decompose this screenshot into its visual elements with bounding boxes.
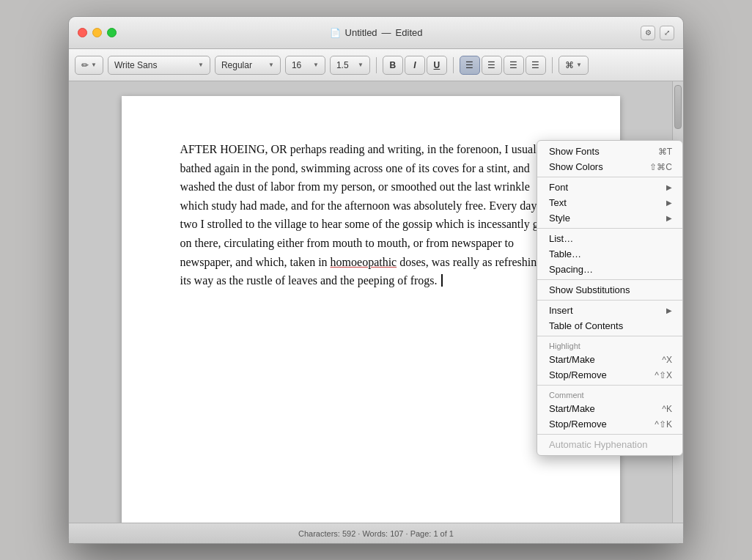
comment-start-shortcut: ^K — [662, 404, 672, 414]
text-item[interactable]: Text ▶ — [537, 195, 682, 210]
style-item[interactable]: Style ▶ — [537, 210, 682, 226]
highlight-section-label: Highlight — [537, 339, 682, 352]
text-label: Text — [549, 197, 567, 208]
comment-section-label: Comment — [537, 388, 682, 401]
show-substitutions-item[interactable]: Show Substitutions — [537, 282, 682, 298]
comment-start-label: Start/Make — [549, 403, 595, 414]
window-title: 📄 Untitled — Edited — [330, 27, 423, 38]
align-left-button[interactable]: ☰ — [460, 56, 480, 75]
separator-c — [537, 279, 682, 280]
table-label: Table… — [549, 248, 581, 259]
font-family-value: Write Sans — [114, 60, 157, 70]
comment-stop-item[interactable]: Stop/Remove ^⇧K — [537, 416, 682, 432]
pen-tool-button[interactable]: ✏ ▼ — [75, 56, 103, 75]
close-button[interactable] — [78, 28, 87, 37]
document-icon: 📄 — [330, 28, 341, 38]
comment-start-item[interactable]: Start/Make ^K — [537, 401, 682, 416]
show-colors-label: Show Colors — [549, 161, 603, 172]
italic-button[interactable]: I — [405, 56, 425, 75]
font-size-arrow: ▼ — [313, 62, 319, 68]
pen-arrow: ▼ — [91, 62, 97, 68]
title-bar: 📄 Untitled — Edited ⚙ ⤢ — [69, 17, 683, 49]
show-substitutions-label: Show Substitutions — [549, 284, 630, 295]
italic-icon: I — [413, 60, 416, 70]
table-of-contents-item[interactable]: Table of Contents — [537, 318, 682, 334]
highlight-stop-label: Stop/Remove — [549, 369, 607, 380]
separator-a — [537, 177, 682, 177]
align-center-button[interactable]: ☰ — [482, 56, 502, 75]
spacing-item[interactable]: Spacing… — [537, 262, 682, 277]
scrollbar-thumb[interactable] — [674, 85, 682, 129]
insert-label: Insert — [549, 305, 573, 316]
cursor — [438, 274, 443, 287]
separator-1 — [376, 57, 377, 73]
text-submenu-arrow: ▶ — [666, 199, 672, 207]
separator-b — [537, 228, 682, 229]
separator-g — [537, 434, 682, 435]
bold-icon: B — [390, 60, 397, 70]
pen-icon: ✏ — [81, 60, 89, 70]
highlight-start-label: Start/Make — [549, 354, 595, 365]
font-size-selector[interactable]: 16 ▼ — [285, 56, 325, 75]
font-family-arrow: ▼ — [198, 62, 204, 68]
style-label: Style — [549, 213, 570, 224]
minimize-button[interactable] — [92, 28, 102, 37]
show-colors-shortcut: ⇧⌘C — [649, 162, 672, 172]
align-justify-icon: ☰ — [531, 60, 539, 70]
line-spacing-value: 1.5 — [336, 60, 349, 70]
fullscreen-button[interactable]: ⤢ — [660, 26, 674, 40]
underline-button[interactable]: U — [427, 56, 447, 75]
bold-button[interactable]: B — [383, 56, 403, 75]
underlined-word: homoeopathic — [331, 256, 397, 268]
list-item[interactable]: List… — [537, 231, 682, 246]
show-fonts-shortcut: ⌘T — [658, 147, 672, 157]
format-menu-arrow: ▼ — [576, 62, 582, 68]
text-content: AFTER HOEING, OR perhaps reading and wri… — [180, 143, 560, 287]
line-spacing-selector[interactable]: 1.5 ▼ — [330, 56, 370, 75]
style-submenu-arrow: ▶ — [666, 214, 672, 222]
main-area: AFTER HOEING, OR perhaps reading and wri… — [69, 81, 683, 523]
highlight-stop-item[interactable]: Stop/Remove ^⇧X — [537, 367, 682, 383]
page-content[interactable]: AFTER HOEING, OR perhaps reading and wri… — [180, 140, 561, 290]
document-status: Edited — [396, 27, 423, 38]
separator-2 — [453, 57, 454, 73]
font-size-value: 16 — [292, 60, 301, 70]
font-style-arrow: ▼ — [268, 62, 274, 68]
comment-stop-label: Stop/Remove — [549, 419, 607, 430]
separator-d — [537, 300, 682, 301]
align-left-icon: ☰ — [465, 60, 473, 70]
auto-hyphenation-label: Automatic Hyphenation — [549, 439, 647, 450]
align-center-icon: ☰ — [487, 60, 495, 70]
font-submenu-arrow: ▶ — [666, 183, 672, 191]
document-title: Untitled — [345, 27, 377, 38]
insert-item[interactable]: Insert ▶ — [537, 303, 682, 318]
font-family-selector[interactable]: Write Sans ▼ — [108, 56, 210, 75]
format-menu-button[interactable]: ⌘ ▼ — [559, 56, 589, 75]
maximize-button[interactable] — [107, 28, 117, 37]
separator-e — [537, 336, 682, 336]
status-text: Characters: 592 · Words: 107 · Page: 1 o… — [298, 529, 454, 538]
comment-stop-shortcut: ^⇧K — [655, 419, 672, 430]
settings-button[interactable]: ⚙ — [641, 26, 655, 40]
title-bar-controls: ⚙ ⤢ — [641, 26, 674, 40]
underline-icon: U — [434, 60, 440, 70]
insert-submenu-arrow: ▶ — [666, 306, 672, 314]
highlight-stop-shortcut: ^⇧X — [655, 370, 672, 380]
list-label: List… — [549, 233, 573, 244]
show-colors-item[interactable]: Show Colors ⇧⌘C — [537, 159, 682, 174]
highlight-start-item[interactable]: Start/Make ^X — [537, 352, 682, 367]
font-style-selector[interactable]: Regular ▼ — [215, 56, 281, 75]
font-item[interactable]: Font ▶ — [537, 180, 682, 195]
auto-hyphenation-item: Automatic Hyphenation — [537, 437, 682, 452]
show-fonts-label: Show Fonts — [549, 146, 600, 157]
align-right-icon: ☰ — [509, 60, 517, 70]
format-menu-icon: ⌘ — [565, 60, 574, 70]
line-spacing-arrow: ▼ — [358, 62, 364, 68]
align-justify-button[interactable]: ☰ — [526, 56, 546, 75]
align-right-button[interactable]: ☰ — [504, 56, 524, 75]
font-style-value: Regular — [221, 60, 252, 70]
table-item[interactable]: Table… — [537, 246, 682, 262]
show-fonts-item[interactable]: Show Fonts ⌘T — [537, 144, 682, 159]
format-buttons: B I U — [383, 56, 447, 75]
separator-f — [537, 385, 682, 386]
